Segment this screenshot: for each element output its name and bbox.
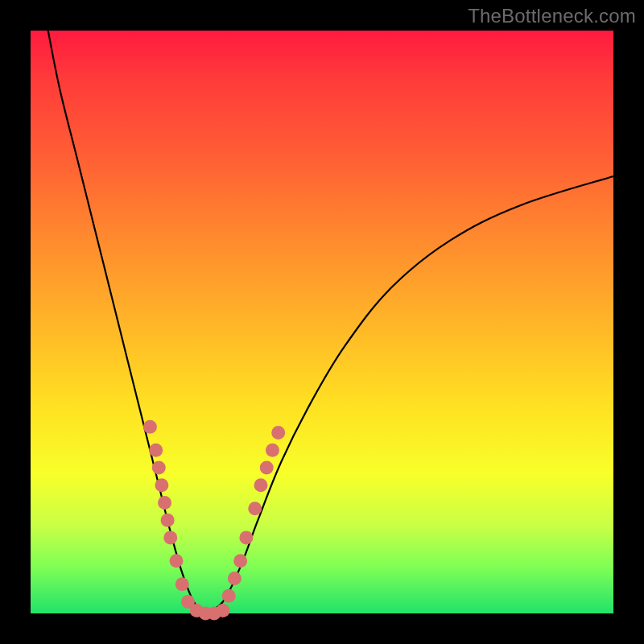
data-point [155, 478, 168, 492]
data-point [248, 502, 262, 515]
data-point [175, 577, 189, 591]
watermark-text: TheBottleneck.com [468, 5, 636, 27]
data-point [271, 426, 285, 440]
data-point [228, 572, 242, 585]
chart-svg [31, 31, 613, 613]
data-point [163, 530, 177, 544]
curve-left-curve [48, 31, 205, 613]
data-point [158, 496, 171, 510]
data-point [254, 478, 267, 492]
data-point [161, 514, 175, 527]
data-point [239, 530, 253, 544]
data-point [170, 554, 184, 568]
data-point [143, 420, 157, 434]
plot-area [31, 31, 613, 613]
data-point [233, 554, 247, 568]
curve-right-curve [205, 176, 613, 613]
data-point [152, 461, 166, 475]
data-point [149, 444, 163, 457]
data-point [260, 461, 274, 475]
data-point [222, 589, 236, 603]
chart-frame: TheBottleneck.com [0, 0, 644, 644]
data-point [216, 604, 229, 617]
data-point [266, 444, 279, 457]
